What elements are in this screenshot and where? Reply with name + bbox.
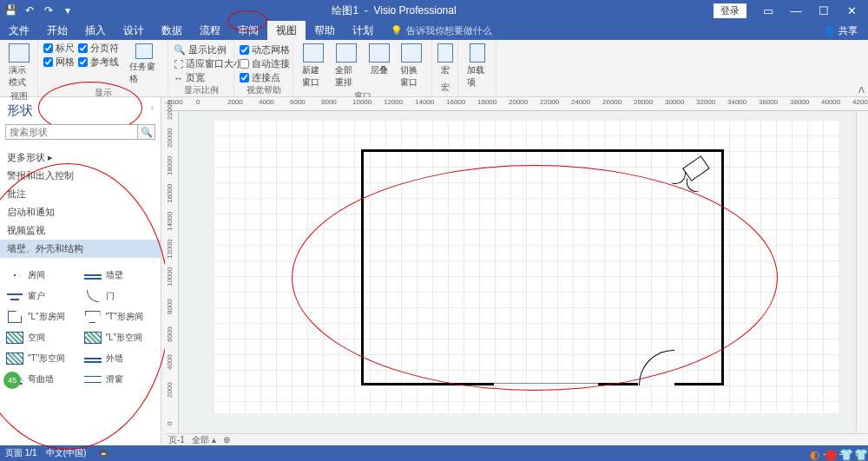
shape-stencil-item[interactable]: 墙壁 — [82, 267, 158, 284]
check-grid[interactable]: 网格 — [43, 56, 75, 69]
addins-icon — [470, 43, 485, 63]
language-indicator[interactable]: 中文(中国) — [46, 447, 87, 459]
shape-stencil-item[interactable]: 房间 — [3, 267, 80, 284]
save-icon[interactable]: 💾 — [3, 3, 17, 17]
more-shapes-link[interactable]: 更多形状 ▸ — [7, 148, 154, 167]
shape-icon — [8, 311, 22, 323]
tell-me-search[interactable]: 💡 告诉我你想要做什么 — [391, 24, 492, 37]
category-item[interactable]: 批注 — [7, 185, 154, 203]
shape-stencil-item[interactable]: 窗户 — [3, 287, 80, 305]
presentation-mode-button[interactable]: 演示模式 — [5, 42, 32, 90]
category-item-selected[interactable]: 墙壁、外壳和结构 — [0, 240, 161, 258]
bulb-icon: 💡 — [391, 25, 403, 36]
camera-shape[interactable] — [682, 155, 710, 181]
shape-stencil-item[interactable]: "L"形空间 — [82, 329, 158, 346]
menu-tabs: 文件 开始 插入 设计 数据 流程 审阅 视图 帮助 计划 💡 告诉我你想要做什… — [0, 21, 868, 40]
chevron-left-icon[interactable]: ‹ — [151, 102, 154, 112]
switch-icon — [401, 43, 422, 63]
tab-file[interactable]: 文件 — [0, 21, 38, 41]
tray-icon[interactable]: ◐ — [810, 448, 822, 461]
shapes-panel: 形状‹ 🔍 更多形状 ▸ 警报和出入控制 批注 启动和通知 视频监视 墙壁、外壳… — [0, 97, 161, 445]
shape-stencil-item[interactable]: 门 — [82, 287, 158, 305]
check-page-breaks[interactable]: 分页符 — [78, 42, 119, 55]
shape-stencil-item[interactable]: "T"形房间 — [82, 308, 158, 326]
tab-home[interactable]: 开始 — [38, 21, 76, 41]
shape-stencil-item[interactable]: 外墙 — [82, 350, 158, 367]
shape-icon — [14, 274, 16, 276]
tab-help[interactable]: 帮助 — [306, 21, 344, 41]
maximize-icon[interactable]: ☐ — [811, 2, 837, 19]
minimize-icon[interactable]: — — [783, 2, 809, 19]
scrollbar-vertical[interactable] — [856, 111, 868, 433]
shape-stencil-item[interactable]: 空间 — [3, 329, 80, 346]
page-tab[interactable]: 页-1 — [168, 434, 185, 446]
redo-icon[interactable]: ↷ — [42, 3, 56, 17]
undo-icon[interactable]: ↶ — [23, 3, 36, 17]
new-window-icon — [303, 43, 324, 63]
tab-view[interactable]: 视图 — [267, 21, 306, 41]
category-item[interactable]: 启动和通知 — [7, 203, 154, 221]
badge-count: 45 — [3, 372, 21, 389]
qat-dropdown-icon[interactable]: ▾ — [61, 3, 75, 17]
check-connection-points[interactable]: 连接点 — [240, 71, 287, 84]
check-ruler[interactable]: 标尺 — [43, 42, 75, 55]
new-window-button[interactable]: 新建窗口 — [299, 42, 328, 90]
search-icon[interactable]: 🔍 — [138, 124, 155, 140]
presentation-icon — [9, 43, 30, 63]
group-label-zoom: 显示比例 — [174, 84, 228, 97]
page-width-button[interactable]: ↔ 页宽 — [174, 71, 228, 84]
tab-process[interactable]: 流程 — [191, 21, 229, 41]
shape-icon — [6, 352, 23, 365]
canvas-area: -200002000400060008000100001200014000160… — [165, 97, 868, 445]
tray-icon[interactable]: 👕 — [839, 448, 852, 461]
tab-review[interactable]: 审阅 — [229, 21, 267, 41]
all-pages-tab[interactable]: 全部 ▴ — [192, 434, 216, 446]
tab-data[interactable]: 数据 — [153, 21, 191, 41]
shape-icon — [84, 332, 102, 344]
close-icon[interactable]: ✕ — [838, 2, 865, 19]
fit-window-button[interactable]: ⛶ 适应窗口大小 — [174, 57, 228, 70]
tray-icon[interactable]: 👕 — [854, 448, 866, 461]
page-indicator: 页面 1/1 — [5, 447, 37, 459]
check-auto-connect[interactable]: 自动连接 — [240, 57, 287, 70]
tray-icon[interactable]: ⬤ — [825, 448, 837, 461]
shape-icon — [84, 376, 102, 383]
shape-icon — [84, 358, 102, 359]
drawing-canvas[interactable] — [179, 111, 856, 433]
shape-stencil-item[interactable]: "T"形空间 — [3, 350, 80, 367]
ribbon: 演示模式 视图 标尺 网格 分页符 参考线 任务窗格 显示 🔍 显示比例 ⛶ 适… — [0, 40, 868, 97]
task-panes-icon — [135, 43, 153, 59]
shape-icon — [85, 311, 101, 323]
addins-button[interactable]: 加载项 — [464, 42, 490, 90]
tab-plan[interactable]: 计划 — [344, 21, 382, 41]
check-guides[interactable]: 参考线 — [78, 56, 119, 69]
check-dynamic-grid[interactable]: 动态网格 — [240, 43, 287, 56]
door-shape[interactable] — [638, 383, 674, 385]
cascade-button[interactable]: 层叠 — [365, 42, 393, 78]
group-label-macro: 宏 — [437, 82, 452, 95]
share-button[interactable]: 👤 共享 — [824, 24, 858, 37]
group-label-visual: 视觉帮助 — [240, 84, 287, 97]
login-button[interactable]: 登录 — [713, 3, 746, 18]
ribbon-display-icon[interactable]: ▭ — [755, 2, 781, 19]
shape-stencil-item[interactable]: "L"形房间 — [3, 308, 80, 326]
add-page-icon[interactable]: ⊕ — [223, 435, 230, 445]
ribbon-collapse-icon[interactable]: ᐱ — [858, 85, 865, 95]
task-panes-button[interactable]: 任务窗格 — [126, 42, 162, 87]
shape-stencil-item[interactable]: 滑窗 — [82, 371, 158, 388]
titlebar: 💾 ↶ ↷ ▾ 绘图1 - Visio Professional 登录 ▭ — … — [0, 0, 868, 21]
zoom-button[interactable]: 🔍 显示比例 — [174, 43, 228, 56]
category-item[interactable]: 警报和出入控制 — [7, 167, 154, 185]
shapes-panel-title: 形状‹ — [0, 97, 161, 122]
tab-design[interactable]: 设计 — [115, 21, 153, 41]
shape-icon — [87, 290, 99, 302]
system-tray: ◐ ⬤ 👕 👕 — [810, 448, 866, 461]
statusbar: 页面 1/1 中文(中国) 📼 — · — ▭ — [0, 445, 868, 461]
macros-button[interactable]: 宏 — [437, 42, 452, 78]
switch-windows-button[interactable]: 切换窗口 — [397, 42, 426, 90]
tab-insert[interactable]: 插入 — [76, 21, 115, 41]
shapes-search-input[interactable] — [5, 124, 138, 140]
arrange-all-button[interactable]: 全部重排 — [332, 42, 361, 90]
shape-stencil-grid: 房间墙壁窗户门"L"形房间"T"形房间空间"L"形空间"T"形空间外墙弯曲墙滑窗 — [0, 261, 161, 393]
category-item[interactable]: 视频监视 — [7, 221, 154, 240]
